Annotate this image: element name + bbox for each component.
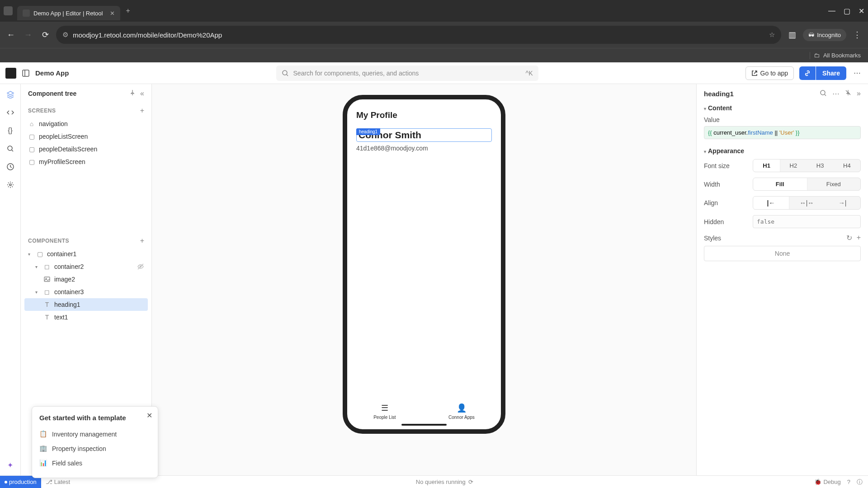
incognito-chip[interactable]: 🕶 Incognito (803, 29, 846, 41)
rail-settings-icon[interactable] (5, 180, 15, 190)
svg-line-13 (825, 94, 826, 96)
component-label: heading1 (54, 301, 80, 308)
global-search[interactable]: Search for components, queries, and acti… (276, 66, 538, 81)
screen-item-peoplelist[interactable]: ▢ peopleListScreen (24, 130, 148, 143)
browser-tab-active[interactable]: Demo App | Editor | Retool ✕ (17, 6, 120, 20)
url-bar[interactable]: ⚙ moodjoy1.retool.com/mobile/editor/Demo… (56, 26, 781, 44)
tab-favicon (23, 9, 30, 17)
canvas[interactable]: My Profile heading1 Connor Smith 41d1e86… (152, 84, 696, 475)
container-outline-icon: ◻ (43, 288, 51, 296)
fontsize-h2[interactable]: H2 (780, 160, 807, 172)
screen-icon: ▢ (28, 145, 35, 153)
rail-history-icon[interactable] (5, 162, 15, 172)
fontsize-h4[interactable]: H4 (834, 160, 860, 172)
rail-layers-icon[interactable] (5, 89, 15, 99)
inspector-more-icon[interactable]: ⋯ (832, 89, 840, 98)
component-label: text1 (54, 314, 68, 321)
info-icon[interactable]: ⓘ (857, 478, 863, 486)
screen-item-myprofile[interactable]: ▢ myProfileScreen (24, 155, 148, 168)
tab-close-icon[interactable]: ✕ (110, 10, 115, 17)
spinner-icon: ⟳ (468, 479, 473, 485)
queries-status: No queries running (416, 479, 466, 485)
search-shortcut: ^K (526, 70, 533, 77)
rail-braces-icon[interactable]: {} (5, 126, 15, 136)
workspace-icon[interactable] (4, 6, 13, 15)
debug-button[interactable]: 🐞 Debug (814, 479, 840, 485)
width-fixed[interactable]: Fixed (807, 178, 861, 190)
add-style-icon[interactable]: + (857, 234, 861, 242)
help-icon[interactable]: ? (847, 479, 850, 485)
template-property[interactable]: 🏢 Property inspection (39, 441, 151, 456)
new-tab-button[interactable]: + (126, 7, 130, 15)
bookmark-star-icon[interactable]: ☆ (769, 31, 775, 39)
heading-type-icon: T (43, 301, 51, 308)
inspector-unpin-icon[interactable] (845, 89, 851, 98)
version-latest[interactable]: ⎇ Latest (41, 479, 75, 485)
env-label: production (9, 479, 37, 485)
window-close-icon[interactable]: ✕ (859, 7, 864, 15)
component-container1[interactable]: ▾ ▢ container1 (24, 248, 148, 260)
bookmarks-bar: 🗀 All Bookmarks (0, 48, 868, 62)
add-component-button[interactable]: + (140, 237, 144, 245)
add-screen-button[interactable]: + (140, 107, 144, 115)
caret-icon[interactable]: ▾ (35, 290, 40, 295)
close-icon[interactable]: ✕ (146, 411, 152, 420)
component-container3[interactable]: ▾ ◻ container3 (24, 286, 148, 298)
pin-icon[interactable] (129, 89, 136, 98)
home-indicator (401, 424, 447, 426)
site-settings-icon[interactable]: ⚙ (62, 31, 68, 39)
go-to-app-button[interactable]: Go to app (745, 66, 794, 80)
screen-label: peopleDetailsScreen (39, 145, 97, 153)
panel-layout-icon[interactable] (22, 69, 30, 77)
inspector-search-icon[interactable] (820, 89, 827, 98)
fontsize-h1[interactable]: H1 (753, 160, 780, 172)
fontsize-h3[interactable]: H3 (807, 160, 834, 172)
component-container2[interactable]: ▾ ◻ container2 (24, 260, 148, 273)
list-icon: ☰ (381, 403, 388, 413)
component-heading1[interactable]: T heading1 (24, 298, 148, 311)
browser-toolbar: ← → ⟳ ⚙ moodjoy1.retool.com/mobile/edito… (0, 22, 868, 48)
share-link-button[interactable] (799, 66, 816, 80)
reload-button[interactable]: ⟳ (39, 30, 52, 40)
retool-logo-icon[interactable] (5, 68, 16, 79)
rail-code-icon[interactable] (5, 108, 15, 117)
back-button[interactable]: ← (5, 30, 17, 40)
rail-sparkle-icon[interactable]: ✦ (5, 460, 15, 470)
template-label: Field sales (52, 460, 82, 467)
window-maximize-icon[interactable]: ▢ (844, 7, 850, 15)
component-image2[interactable]: image2 (24, 273, 148, 286)
screen-item-navigation[interactable]: ⌂ navigation (24, 117, 148, 130)
nav-connor-apps[interactable]: 👤 Connor Apps (448, 403, 475, 420)
caret-icon[interactable]: ▾ (28, 252, 33, 257)
align-left-icon[interactable]: |← (753, 197, 789, 209)
all-bookmarks-link[interactable]: All Bookmarks (823, 52, 861, 59)
align-center-icon[interactable]: ↔|↔ (789, 197, 825, 209)
forward-button[interactable]: → (22, 30, 34, 40)
share-button[interactable]: Share (816, 66, 846, 80)
side-panel-icon[interactable]: ▥ (786, 30, 798, 40)
home-icon: ⌂ (28, 120, 35, 127)
appearance-section-title[interactable]: Appearance (708, 147, 744, 155)
reset-styles-icon[interactable]: ↻ (846, 234, 852, 242)
template-inventory[interactable]: 📋 Inventory management (39, 427, 151, 441)
more-menu-icon[interactable]: ⋯ (852, 67, 863, 79)
hidden-eye-icon[interactable] (137, 263, 144, 270)
collapse-panel-icon[interactable]: « (140, 89, 144, 98)
property-icon: 🏢 (39, 445, 47, 453)
template-fieldsales[interactable]: 📊 Field sales (39, 456, 151, 470)
browser-menu-icon[interactable]: ⋮ (851, 30, 863, 40)
hidden-input[interactable] (753, 215, 861, 228)
content-section-title[interactable]: Content (708, 104, 732, 112)
rail-search-icon[interactable] (5, 144, 15, 154)
caret-icon[interactable]: ▾ (35, 264, 40, 269)
component-text1[interactable]: T text1 (24, 311, 148, 324)
window-minimize-icon[interactable]: — (828, 7, 835, 15)
screen-item-peopledetails[interactable]: ▢ peopleDetailsScreen (24, 143, 148, 155)
heading1-component[interactable]: heading1 Connor Smith (356, 128, 492, 142)
width-fill[interactable]: Fill (753, 178, 807, 190)
folder-icon: 🗀 (814, 52, 820, 59)
value-code-input[interactable]: {{ current_user.firstName || 'User' }} (704, 126, 861, 139)
inspector-collapse-icon[interactable]: » (857, 89, 861, 98)
align-right-icon[interactable]: →| (825, 197, 860, 209)
nav-people-list[interactable]: ☰ People List (373, 403, 396, 420)
